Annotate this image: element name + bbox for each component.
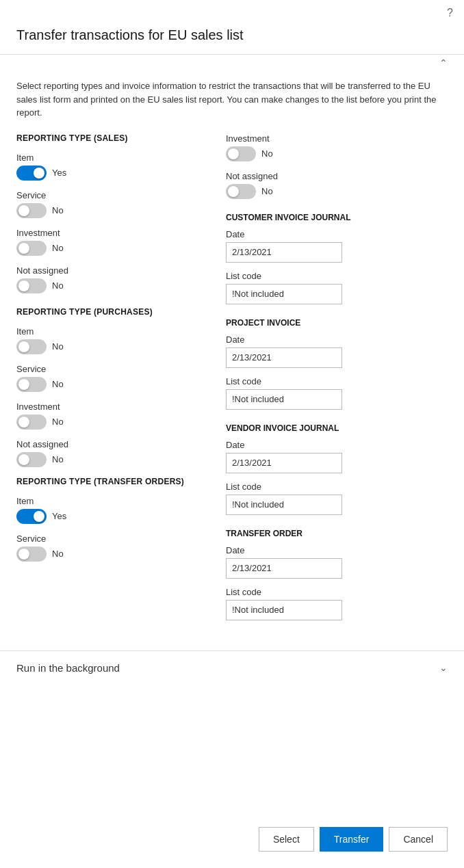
right-notassigned-value: No — [261, 186, 273, 196]
sales-service-toggle-group: Service No — [16, 190, 215, 218]
purchases-item-toggle-group: Item No — [16, 326, 215, 354]
pi-listcode-label: List code — [226, 376, 448, 386]
cij-date-input[interactable] — [226, 242, 342, 263]
purchases-notassigned-toggle[interactable] — [16, 452, 47, 467]
transfer-item-label: Item — [16, 496, 215, 506]
transfer-service-toggle[interactable] — [16, 547, 47, 562]
vendor-invoice-journal-section: VENDOR INVOICE JOURNAL Date List code — [226, 423, 448, 515]
reporting-type-purchases-label: REPORTING TYPE (PURCHASES) — [16, 307, 215, 317]
vij-listcode-input[interactable] — [226, 495, 342, 515]
purchases-service-toggle[interactable] — [16, 377, 47, 392]
help-icon[interactable]: ? — [447, 7, 453, 19]
project-invoice-title: PROJECT INVOICE — [226, 318, 448, 328]
purchases-service-value: No — [52, 379, 64, 389]
vij-date-input[interactable] — [226, 453, 342, 473]
sales-item-toggle-group: Item Yes — [16, 153, 215, 181]
select-button[interactable]: Select — [259, 827, 314, 852]
to-listcode-label: List code — [226, 587, 448, 597]
right-investment-value: No — [261, 148, 273, 159]
project-invoice-section: PROJECT INVOICE Date List code — [226, 318, 448, 410]
right-investment-toggle-group: Investment No — [226, 133, 448, 161]
cij-listcode-group: List code — [226, 271, 448, 304]
cancel-button[interactable]: Cancel — [389, 827, 448, 852]
transfer-service-toggle-group: Service No — [16, 534, 215, 562]
pi-date-input[interactable] — [226, 347, 342, 368]
reporting-type-transfer-orders-label: REPORTING TYPE (TRANSFER ORDERS) — [16, 477, 215, 486]
pi-listcode-group: List code — [226, 376, 448, 410]
vij-date-label: Date — [226, 440, 448, 450]
description-text: Select reporting types and invoice infor… — [0, 71, 464, 133]
transfer-button[interactable]: Transfer — [320, 827, 384, 852]
right-notassigned-toggle-group: Not assigned No — [226, 171, 448, 199]
to-date-label: Date — [226, 545, 448, 555]
to-listcode-group: List code — [226, 587, 448, 620]
sales-investment-toggle-group: Investment No — [16, 228, 215, 256]
page-title: Transfer transactions for EU sales list — [0, 22, 464, 54]
sales-notassigned-label: Not assigned — [16, 265, 215, 276]
to-date-input[interactable] — [226, 558, 342, 579]
customer-invoice-journal-title: CUSTOMER INVOICE JOURNAL — [226, 213, 448, 222]
purchases-item-label: Item — [16, 326, 215, 337]
purchases-item-toggle[interactable] — [16, 339, 47, 354]
sales-service-label: Service — [16, 190, 215, 200]
purchases-notassigned-label: Not assigned — [16, 439, 215, 449]
right-notassigned-label: Not assigned — [226, 171, 448, 181]
reporting-type-transfer-orders-section: REPORTING TYPE (TRANSFER ORDERS) Item Ye… — [16, 477, 215, 562]
purchases-investment-toggle[interactable] — [16, 415, 47, 430]
purchases-service-label: Service — [16, 364, 215, 374]
customer-invoice-journal-section: CUSTOMER INVOICE JOURNAL Date List code — [226, 213, 448, 304]
transfer-item-value: Yes — [52, 511, 66, 521]
right-investment-label: Investment — [226, 133, 448, 144]
sales-item-toggle[interactable] — [16, 166, 47, 181]
vendor-invoice-journal-title: VENDOR INVOICE JOURNAL — [226, 423, 448, 433]
pi-date-group: Date — [226, 334, 448, 368]
sales-investment-toggle[interactable] — [16, 241, 47, 256]
vij-listcode-label: List code — [226, 482, 448, 492]
vij-listcode-group: List code — [226, 482, 448, 515]
transfer-order-title: TRANSFER ORDER — [226, 529, 448, 538]
to-listcode-input[interactable] — [226, 600, 342, 620]
footer-buttons: Select Transfer Cancel — [259, 827, 448, 852]
cij-listcode-input[interactable] — [226, 284, 342, 304]
right-sales-toggles: Investment No Not assigned — [226, 133, 448, 199]
purchases-notassigned-value: No — [52, 454, 64, 464]
vij-date-group: Date — [226, 440, 448, 473]
transfer-order-section: TRANSFER ORDER Date List code — [226, 529, 448, 620]
sales-notassigned-toggle-group: Not assigned No — [16, 265, 215, 293]
collapse-icon[interactable]: ⌃ — [439, 57, 448, 68]
cij-listcode-label: List code — [226, 271, 448, 281]
purchases-notassigned-toggle-group: Not assigned No — [16, 439, 215, 467]
sales-investment-value: No — [52, 243, 64, 253]
transfer-item-toggle[interactable] — [16, 509, 47, 524]
transfer-service-label: Service — [16, 534, 215, 544]
pi-date-label: Date — [226, 334, 448, 345]
sales-notassigned-value: No — [52, 280, 64, 291]
purchases-item-value: No — [52, 341, 64, 352]
cij-date-label: Date — [226, 229, 448, 239]
sales-investment-label: Investment — [16, 228, 215, 238]
purchases-investment-toggle-group: Investment No — [16, 402, 215, 430]
right-investment-toggle[interactable] — [226, 146, 256, 161]
purchases-investment-value: No — [52, 417, 64, 427]
to-date-group: Date — [226, 545, 448, 579]
sales-notassigned-toggle[interactable] — [16, 278, 47, 293]
expand-icon: ⌄ — [439, 662, 448, 673]
run-in-background-section[interactable]: Run in the background ⌄ — [0, 650, 464, 685]
purchases-service-toggle-group: Service No — [16, 364, 215, 392]
sales-service-value: No — [52, 205, 64, 215]
run-in-background-label: Run in the background — [16, 662, 120, 674]
purchases-investment-label: Investment — [16, 402, 215, 412]
cij-date-group: Date — [226, 229, 448, 263]
pi-listcode-input[interactable] — [226, 389, 342, 410]
right-notassigned-toggle[interactable] — [226, 184, 256, 199]
reporting-type-sales-label: REPORTING TYPE (SALES) — [16, 133, 215, 143]
sales-service-toggle[interactable] — [16, 203, 47, 218]
transfer-item-toggle-group: Item Yes — [16, 496, 215, 524]
sales-item-label: Item — [16, 153, 215, 163]
transfer-service-value: No — [52, 549, 64, 559]
sales-item-value: Yes — [52, 168, 66, 178]
